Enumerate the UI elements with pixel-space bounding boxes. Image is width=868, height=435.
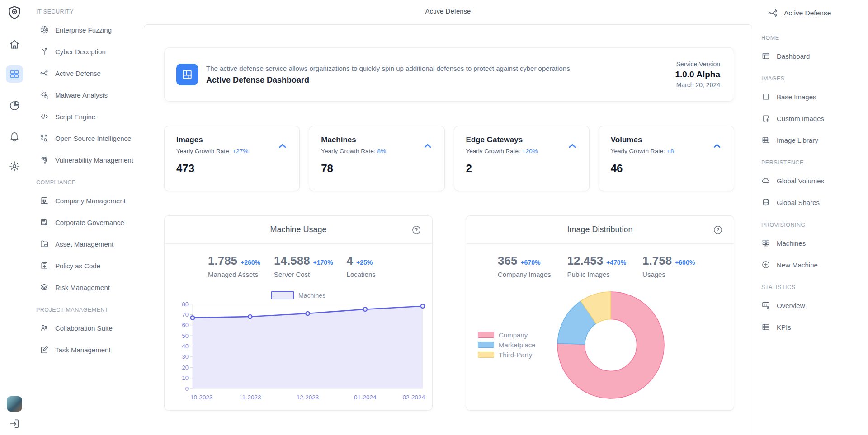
dashboard-tile-icon <box>176 64 198 85</box>
nav-item-label: Company Management <box>55 197 126 205</box>
svg-text:50: 50 <box>182 332 189 339</box>
sidebar-item-new-machine[interactable]: New Machine <box>752 254 868 276</box>
gear-icon[interactable] <box>9 160 20 172</box>
nav-item-policy-as-code[interactable]: Policy as Code <box>29 255 144 276</box>
sidebar-item-kpis[interactable]: KPIs <box>752 316 868 338</box>
nav-item-cyber-deception[interactable]: Cyber Deception <box>29 41 144 62</box>
nav-item-script-engine[interactable]: Script Engine <box>29 106 144 127</box>
network-search-icon <box>40 134 49 143</box>
sidebar-item-base-images[interactable]: Base Images <box>752 86 868 108</box>
machine-usage-chart: 0102030405060708010-202311-202312-202301… <box>175 299 425 403</box>
donut-legend-item-company[interactable]: Company <box>478 330 536 340</box>
home-icon[interactable] <box>9 38 20 50</box>
nav-item-risk-management[interactable]: Risk Management <box>29 276 144 298</box>
chevron-up-icon[interactable] <box>277 141 288 151</box>
chevron-up-icon[interactable] <box>422 141 434 151</box>
svg-text:02-2024: 02-2024 <box>402 394 425 401</box>
image-stack-icon <box>761 136 770 145</box>
right-sidebar: Active Defense HOMEDashboardIMAGESBase I… <box>752 0 868 435</box>
sidebar-item-image-library[interactable]: Image Library <box>752 129 868 151</box>
nav-item-enterprise-fuzzing[interactable]: Enterprise Fuzzing <box>29 19 144 41</box>
nav-section-title-project-management: PROJECT MANAGEMENT <box>29 298 144 317</box>
image-distribution-donut <box>556 290 666 400</box>
page: IT SECURITYEnterprise FuzzingCyber Decep… <box>0 0 868 435</box>
stat-card-volumes: Volumes Yearly Growth Rate:+8 46 <box>599 126 734 191</box>
svg-text:01-2024: 01-2024 <box>354 394 377 401</box>
svg-text:10-2023: 10-2023 <box>190 394 213 401</box>
machine-usage-card: Machine Usage 1.785+260% Managed Assets … <box>164 215 433 411</box>
sidebar-item-label: Global Shares <box>777 199 820 206</box>
presentation-icon <box>761 301 770 310</box>
svg-text:12-2023: 12-2023 <box>297 394 319 401</box>
legend-label: Marketplace <box>499 341 536 349</box>
nav-item-label: Risk Management <box>55 284 110 291</box>
chart-header: Machine Usage <box>165 216 432 244</box>
nav-item-collaboration-suite[interactable]: Collaboration Suite <box>29 317 144 339</box>
sidebar-header-active-defense[interactable]: Active Defense <box>752 0 868 26</box>
sidebar-section-title-persistence: PERSISTENCE <box>752 151 868 170</box>
svg-text:80: 80 <box>182 301 189 308</box>
clipboard-icon <box>40 261 49 270</box>
chart-title: Image Distribution <box>567 225 632 234</box>
stat-card-images: Images Yearly Growth Rate:+27% 473 <box>164 126 300 191</box>
user-avatar[interactable] <box>7 396 22 412</box>
legend-swatch <box>478 352 494 358</box>
line-chart-legend[interactable]: Machines <box>165 291 432 299</box>
window-icon <box>761 51 770 61</box>
nav-item-label: Policy as Code <box>55 262 100 270</box>
document-gear-icon <box>40 218 49 227</box>
image-distribution-card: Image Distribution 365+670% Company Imag… <box>466 215 734 411</box>
sidebar-section-title-provisioning: PROVISIONING <box>752 213 868 232</box>
nav-item-task-management[interactable]: Task Management <box>29 339 144 360</box>
nav-item-company-management[interactable]: Company Management <box>29 190 144 211</box>
chevron-up-icon[interactable] <box>566 141 578 151</box>
svg-text:20: 20 <box>182 364 189 371</box>
svg-text:0: 0 <box>185 385 189 392</box>
sidebar-item-overview[interactable]: Overview <box>752 295 868 316</box>
sidebar-item-label: Base Images <box>777 93 816 101</box>
pie-chart-icon[interactable] <box>9 100 20 112</box>
stat-card-row: Images Yearly Growth Rate:+27% 473 Machi… <box>164 126 734 191</box>
donut-legend-item-third-party[interactable]: Third-Party <box>478 350 536 360</box>
sidebar-item-label: Dashboard <box>777 52 810 60</box>
chevron-up-icon[interactable] <box>711 141 723 151</box>
stat-card-machines: Machines Yearly Growth Rate:8% 78 <box>309 126 444 191</box>
stat-group: 12.453+470% Public Images <box>567 254 627 278</box>
sidebar-item-custom-images[interactable]: Custom Images <box>752 108 868 129</box>
sidebar-item-label: Overview <box>777 302 805 309</box>
sidebar-item-global-volumes[interactable]: Global Volumes <box>752 170 868 192</box>
sidebar-item-global-shares[interactable]: Global Shares <box>752 192 868 213</box>
nav-item-active-defense[interactable]: Active Defense <box>29 62 144 84</box>
sidebar-header-label: Active Defense <box>784 9 831 17</box>
nav-item-vulnerability-management[interactable]: Vulnerability Management <box>29 149 144 171</box>
table-icon <box>761 323 770 332</box>
nav-item-malware-analysis[interactable]: Malware Analysis <box>29 84 144 106</box>
sidebar-item-label: Machines <box>777 239 806 247</box>
donut-legend-item-marketplace[interactable]: Marketplace <box>478 340 536 350</box>
square-icon <box>761 92 770 101</box>
charts-row: Machine Usage 1.785+260% Managed Assets … <box>164 215 734 411</box>
question-circle-icon[interactable] <box>411 225 421 235</box>
logout-icon[interactable] <box>9 418 20 430</box>
nav-item-corporate-governance[interactable]: Corporate Governance <box>29 211 144 233</box>
sidebar-item-machines[interactable]: Machines <box>752 232 868 254</box>
stat-growth: Yearly Growth Rate:+20% <box>466 148 577 154</box>
nav-item-asset-management[interactable]: Asset Management <box>29 233 144 255</box>
folder-icon <box>40 239 49 248</box>
service-banner: The active defense service allows organi… <box>164 47 734 102</box>
sidebar-section-title-home: HOME <box>752 26 868 45</box>
stat-title: Edge Gateways <box>466 136 577 145</box>
question-circle-icon[interactable] <box>713 225 723 235</box>
grid-icon[interactable] <box>6 65 23 83</box>
sidebar-item-dashboard[interactable]: Dashboard <box>752 45 868 67</box>
database-icon <box>761 198 770 207</box>
bell-icon[interactable] <box>9 131 20 142</box>
page-title: Active Defense <box>144 7 752 15</box>
legend-label: Machines <box>298 292 326 299</box>
service-version-block: Service Version 1.0.0 Alpha March 20, 20… <box>675 61 720 89</box>
shuffle-icon <box>40 69 49 78</box>
nav-item-label: Cyber Deception <box>55 48 106 56</box>
nav-section-title-compliance: COMPLIANCE <box>29 171 144 190</box>
sidebar-item-label: Custom Images <box>777 115 824 122</box>
nav-item-open-source-intelligence[interactable]: Open Source Intelligence <box>29 127 144 149</box>
